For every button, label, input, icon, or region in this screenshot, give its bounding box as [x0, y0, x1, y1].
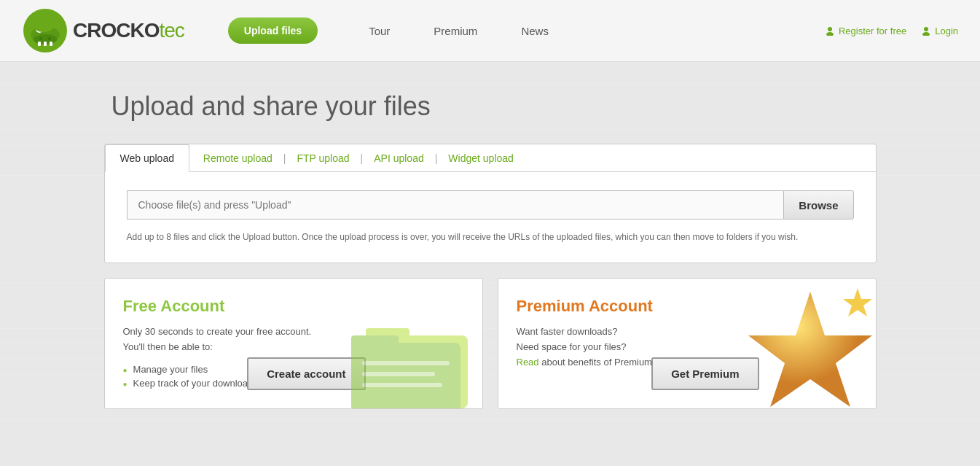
tab-widget-upload[interactable]: Widget upload: [437, 145, 525, 171]
main-content: Upload and share your files Web upload R…: [90, 62, 891, 438]
nav-tour[interactable]: Tour: [347, 25, 412, 37]
tab-web-upload[interactable]: Web upload: [105, 144, 189, 172]
upload-content: Browse Add up to 8 files and click the U…: [105, 172, 876, 263]
nav-news[interactable]: News: [499, 25, 571, 37]
upload-tabs: Web upload Remote upload | FTP upload | …: [105, 144, 876, 172]
upload-instructions: Add up to 8 files and click the Upload b…: [127, 230, 854, 244]
register-icon: [825, 26, 835, 36]
logo-main: CROCKO: [73, 19, 159, 42]
svg-rect-18: [351, 335, 399, 350]
svg-rect-6: [44, 42, 47, 46]
logo-icon: [22, 7, 69, 55]
free-account-card: Free Account Only 30 seconds to create y…: [104, 278, 483, 409]
svg-rect-20: [362, 372, 435, 376]
login-link[interactable]: Login: [921, 26, 958, 36]
svg-point-12: [826, 32, 834, 36]
star-illustration: [737, 284, 877, 409]
tab-api-upload[interactable]: API upload: [363, 145, 435, 171]
bottom-section: Free Account Only 30 seconds to create y…: [104, 278, 877, 409]
svg-point-14: [922, 32, 930, 36]
svg-point-10: [39, 37, 42, 40]
upload-files-button[interactable]: Upload files: [228, 18, 318, 44]
header: CROCKOtec Upload files Tour Premium News…: [0, 0, 980, 62]
browse-button[interactable]: Browse: [783, 190, 853, 220]
register-link[interactable]: Register for free: [825, 26, 906, 36]
premium-account-card: Premium Account Want faster downloads? N…: [498, 278, 877, 409]
svg-rect-5: [38, 42, 41, 46]
logo-text: CROCKOtec: [73, 19, 184, 42]
svg-point-11: [828, 27, 832, 31]
svg-rect-7: [50, 42, 52, 46]
svg-rect-21: [362, 383, 442, 387]
folder-illustration: [344, 299, 483, 409]
login-label: Login: [935, 26, 958, 36]
main-nav: Upload files Tour Premium News: [228, 18, 571, 44]
file-input[interactable]: [127, 190, 784, 220]
read-more-link[interactable]: Read: [517, 357, 539, 368]
tab-remote-upload[interactable]: Remote upload: [192, 145, 283, 171]
svg-point-9: [48, 37, 51, 40]
svg-marker-23: [843, 288, 872, 317]
svg-point-13: [924, 27, 928, 31]
header-right: Register for free Login: [825, 26, 958, 36]
header-left: CROCKOtec Upload files Tour Premium News: [22, 7, 571, 55]
svg-point-8: [34, 20, 54, 32]
logo[interactable]: CROCKOtec: [22, 7, 184, 55]
login-icon: [921, 26, 931, 36]
file-input-row: Browse: [127, 190, 854, 220]
page-title: Upload and share your files: [111, 91, 877, 122]
svg-rect-19: [362, 361, 450, 365]
upload-panel: Web upload Remote upload | FTP upload | …: [104, 144, 877, 263]
tab-ftp-upload[interactable]: FTP upload: [286, 145, 360, 171]
logo-sub: tec: [159, 19, 184, 42]
nav-premium[interactable]: Premium: [412, 25, 499, 37]
register-label: Register for free: [839, 26, 906, 36]
